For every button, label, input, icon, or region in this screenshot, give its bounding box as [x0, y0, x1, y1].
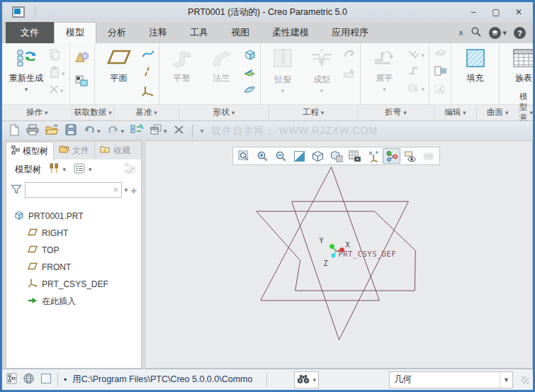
group-label-get-data[interactable]: 获取数据▾: [72, 105, 114, 120]
find-dropdown-icon[interactable]: ▾: [312, 376, 316, 383]
filter-dropdown-icon[interactable]: ▾: [125, 186, 128, 194]
tree-filters-icon[interactable]: [74, 163, 85, 176]
selection-filter-dropdown-icon[interactable]: ▼: [500, 372, 512, 388]
boundary-blend-icon[interactable]: [243, 84, 256, 96]
view-manager-button[interactable]: [346, 148, 364, 164]
merge-icon[interactable]: [434, 48, 446, 60]
tree-tools-dropdown-icon[interactable]: ▾: [63, 166, 67, 173]
graphics-area[interactable]: Y X Z PRT_CSYS_DEF: [146, 140, 533, 369]
bend-icon[interactable]: [407, 49, 420, 61]
tree-item-right[interactable]: RIGHT: [6, 225, 141, 242]
edge-bend-icon[interactable]: [407, 66, 425, 78]
form-button[interactable]: 成型 ▾: [304, 46, 340, 94]
full-screen-toggle-icon[interactable]: [40, 373, 52, 386]
window-dropdown-icon[interactable]: ▾: [164, 128, 167, 135]
flange-button[interactable]: 法兰: [203, 46, 240, 84]
help-icon[interactable]: ?: [514, 27, 526, 39]
group-label-operations[interactable]: 操作▾: [2, 105, 72, 120]
tree-filter-input[interactable]: [28, 185, 113, 195]
punch-icon[interactable]: [343, 67, 356, 81]
close-button[interactable]: ✕: [513, 7, 524, 17]
flat-button[interactable]: 平整: [164, 46, 201, 84]
trim-icon[interactable]: [434, 84, 446, 97]
convert-dropdown-icon[interactable]: ▾: [422, 86, 425, 93]
tree-item-csys[interactable]: PRT_CSYS_DEF: [6, 276, 141, 293]
flat-pattern-button[interactable]: 展平 ▾: [365, 46, 405, 93]
tab-view[interactable]: 视图: [220, 23, 261, 43]
tree-filters-dropdown-icon[interactable]: ▾: [89, 166, 92, 173]
redo-dropdown-icon[interactable]: ▾: [121, 128, 125, 135]
family-table-button[interactable]: 族表: [504, 46, 535, 84]
search-icon[interactable]: [471, 26, 482, 40]
tab-applications[interactable]: 应用程序: [320, 23, 380, 43]
flat-pattern-dropdown-icon[interactable]: ▾: [383, 86, 386, 93]
zoom-fit-button[interactable]: [235, 148, 253, 164]
tab-file[interactable]: 文件: [6, 22, 54, 43]
collaboration-button[interactable]: [419, 148, 437, 164]
datum-axis-icon[interactable]: [142, 67, 154, 80]
copy-icon[interactable]: [49, 49, 65, 62]
zoom-in-button[interactable]: [254, 148, 271, 164]
regenerate-dropdown-icon[interactable]: ▾: [25, 86, 28, 93]
close-window-icon[interactable]: [174, 125, 186, 137]
annotation-display-button[interactable]: [401, 148, 419, 164]
tab-favorites[interactable]: 收藏: [95, 142, 141, 159]
print-icon[interactable]: [26, 124, 39, 138]
zoom-out-button[interactable]: [272, 148, 290, 164]
delete-icon[interactable]: [49, 84, 59, 96]
regenerate-small-icon[interactable]: [130, 124, 143, 138]
group-label-edit[interactable]: 编辑▾: [434, 105, 476, 120]
paste-icon[interactable]: [49, 67, 60, 80]
rip-button[interactable]: 扯裂 ▾: [265, 46, 301, 94]
datum-display-button[interactable]: [364, 148, 382, 164]
learning-center-dropdown-icon[interactable]: ▾: [502, 28, 507, 38]
datum-curve-icon[interactable]: [142, 49, 154, 61]
bend-dropdown-icon[interactable]: ▾: [422, 52, 425, 59]
saved-orientations-button[interactable]: [327, 148, 345, 164]
group-label-bend[interactable]: 折弯▾: [358, 105, 434, 120]
tree-item-insert-here[interactable]: 在此插入: [6, 293, 141, 310]
group-label-model-intent[interactable]: 模型意图▾: [519, 105, 533, 120]
toggle-navigator-icon[interactable]: [6, 373, 17, 386]
tab-model[interactable]: 模型: [54, 22, 96, 43]
import-geometry-icon[interactable]: [74, 50, 90, 67]
redo-icon[interactable]: [107, 125, 120, 137]
minimize-button[interactable]: –: [468, 7, 479, 17]
plane-button[interactable]: 平面: [99, 46, 139, 84]
resize-grip[interactable]: [522, 376, 529, 383]
group-label-datum[interactable]: 基准▾: [114, 105, 179, 120]
open-file-icon[interactable]: [45, 124, 59, 138]
minimize-ribbon-icon[interactable]: ∧: [458, 28, 463, 38]
save-icon[interactable]: [65, 124, 77, 138]
window-settings-icon[interactable]: [150, 124, 162, 138]
tab-flexible-modeling[interactable]: 柔性建模: [261, 23, 320, 43]
paste-dropdown-icon[interactable]: ▾: [62, 70, 65, 77]
sweep-icon[interactable]: [243, 67, 256, 79]
tree-item-front[interactable]: FRONT: [6, 259, 141, 276]
learning-center-icon[interactable]: [489, 27, 501, 39]
extrude-icon[interactable]: [243, 49, 256, 62]
delete-dropdown-icon[interactable]: ▾: [60, 87, 64, 94]
tab-folder-browser[interactable]: 文件: [54, 142, 95, 159]
tab-annotate[interactable]: 注释: [137, 23, 179, 43]
regenerate-button[interactable]: 重新生成 ▾: [6, 46, 46, 93]
filter-clear-icon[interactable]: ×: [113, 185, 118, 195]
new-file-icon[interactable]: [9, 124, 20, 138]
tree-item-part[interactable]: PRT0001.PRT: [6, 208, 141, 225]
tab-tools[interactable]: 工具: [179, 23, 220, 43]
filter-add-icon[interactable]: +: [130, 184, 137, 196]
offset-icon[interactable]: [434, 65, 446, 79]
undo-icon[interactable]: [83, 125, 96, 137]
fill-button[interactable]: 填充: [456, 46, 495, 84]
tree-tools-icon[interactable]: [48, 163, 60, 176]
tree-item-top[interactable]: TOP: [6, 242, 141, 259]
group-label-surfaces[interactable]: 曲面▾: [477, 105, 519, 120]
repaint-button[interactable]: [291, 148, 308, 164]
display-style-button[interactable]: [309, 148, 327, 164]
tab-model-tree[interactable]: 模型树: [6, 142, 54, 159]
group-label-shapes[interactable]: 形状▾: [179, 105, 269, 120]
group-label-engineering[interactable]: 工程▾: [269, 105, 358, 120]
user-defined-feature-icon[interactable]: [74, 74, 90, 90]
tree-show-icon[interactable]: [125, 163, 137, 176]
rip-dropdown-icon[interactable]: ▾: [281, 87, 285, 94]
